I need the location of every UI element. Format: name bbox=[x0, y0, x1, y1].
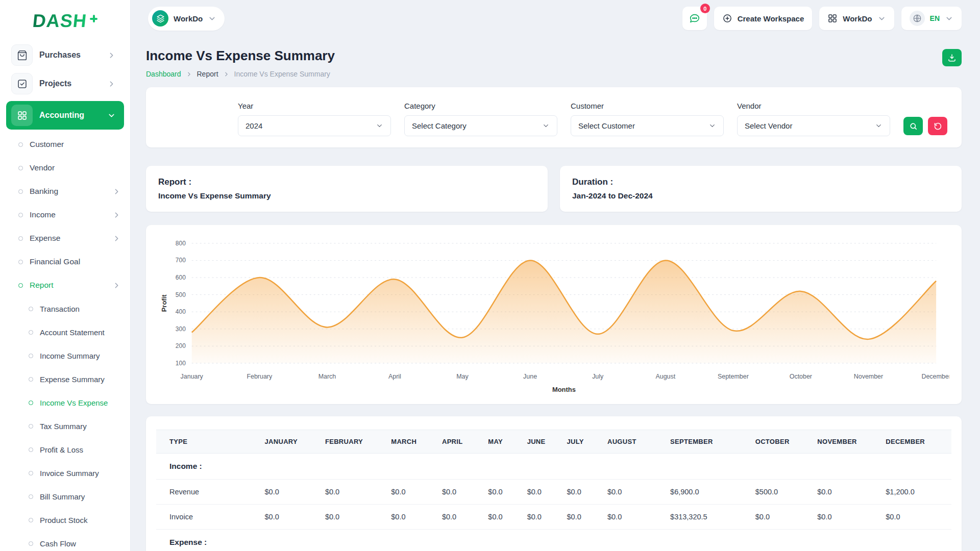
sidebar-item-income[interactable]: Income bbox=[6, 203, 124, 227]
sidebar-item-transaction[interactable]: Transaction bbox=[6, 297, 124, 320]
year-field: Year 2024 bbox=[238, 102, 391, 136]
bullet-icon bbox=[29, 424, 33, 429]
breadcrumb-item: Income Vs Expense Summary bbox=[234, 70, 330, 78]
category-value: Select Category bbox=[412, 121, 467, 130]
sidebar-item-accounting[interactable]: Accounting bbox=[6, 101, 124, 130]
sidebar-item-label: Bill Summary bbox=[40, 492, 85, 501]
chevron-down-icon bbox=[107, 111, 116, 120]
sidebar-item-account-statement[interactable]: Account Statement bbox=[6, 320, 124, 344]
svg-text:April: April bbox=[388, 373, 401, 380]
table-cell: $0.0 bbox=[562, 504, 602, 529]
svg-text:300: 300 bbox=[176, 325, 186, 333]
brand-logo[interactable]: DASH bbox=[6, 5, 124, 37]
table-cell: $313,320.5 bbox=[665, 504, 750, 529]
sidebar-item-report[interactable]: Report bbox=[6, 273, 124, 297]
workdo-menu-button[interactable]: WorkDo bbox=[819, 7, 894, 30]
bullet-icon bbox=[29, 518, 33, 522]
table-cell: $0.0 bbox=[260, 479, 320, 504]
messages-button[interactable]: 0 bbox=[682, 7, 707, 30]
globe-icon bbox=[910, 11, 925, 26]
table-cell: $0.0 bbox=[812, 479, 880, 504]
create-workspace-button[interactable]: Create Workspace bbox=[714, 7, 813, 30]
sidebar-item-customer[interactable]: Customer bbox=[6, 133, 124, 156]
table-cell: $0.0 bbox=[386, 504, 437, 529]
summary-row: Report : Income Vs Expense Summary Durat… bbox=[146, 166, 962, 212]
chat-icon bbox=[689, 13, 700, 24]
svg-text:800: 800 bbox=[176, 240, 186, 247]
sidebar-item-label: Income Vs Expense bbox=[40, 398, 108, 407]
duration-label: Duration : bbox=[572, 177, 949, 187]
reset-icon bbox=[934, 122, 942, 131]
category-select[interactable]: Select Category bbox=[404, 115, 557, 136]
svg-text:Months: Months bbox=[552, 386, 576, 393]
sidebar-item-product-stock[interactable]: Product Stock bbox=[6, 508, 124, 532]
sidebar-item-expense-summary[interactable]: Expense Summary bbox=[6, 367, 124, 391]
sidebar-item-label: Banking bbox=[30, 187, 58, 196]
year-label: Year bbox=[238, 102, 391, 110]
logo-plus-icon bbox=[90, 15, 97, 22]
app-root: DASH PurchasesProjectsAccountingCustomer… bbox=[0, 0, 980, 551]
chevron-right-icon bbox=[112, 187, 121, 196]
vendor-select[interactable]: Select Vendor bbox=[737, 115, 890, 136]
table-cell: $0.0 bbox=[602, 479, 665, 504]
sidebar-item-label: Profit & Loss bbox=[40, 445, 83, 454]
bullet-icon bbox=[18, 213, 23, 217]
breadcrumb-item[interactable]: Report bbox=[197, 70, 218, 78]
page-title: Income Vs Expense Summary bbox=[146, 48, 335, 64]
table-cell: $0.0 bbox=[320, 479, 386, 504]
sidebar-item-bill-summary[interactable]: Bill Summary bbox=[6, 485, 124, 508]
svg-text:August: August bbox=[655, 373, 675, 380]
customer-value: Select Customer bbox=[578, 121, 635, 130]
language-selector[interactable]: EN bbox=[901, 7, 962, 30]
sidebar-item-label: Cash Flow bbox=[40, 539, 76, 548]
sidebar-item-banking[interactable]: Banking bbox=[6, 180, 124, 203]
table-cell: $0.0 bbox=[522, 479, 562, 504]
profit-chart: 100200300400500600700800JanuaryFebruaryM… bbox=[158, 235, 949, 399]
sidebar-item-expense[interactable]: Expense bbox=[6, 227, 124, 250]
chevron-right-icon bbox=[107, 51, 116, 60]
sidebar-item-invoice-summary[interactable]: Invoice Summary bbox=[6, 461, 124, 485]
bullet-icon bbox=[18, 283, 23, 288]
table-cell: $0.0 bbox=[437, 479, 483, 504]
svg-text:400: 400 bbox=[176, 308, 186, 315]
sidebar-item-label: Financial Goal bbox=[30, 257, 80, 266]
table-cell: $0.0 bbox=[562, 479, 602, 504]
sidebar-item-label: Expense bbox=[30, 234, 60, 243]
top-header: WorkDo 0 Create Workspace WorkDo bbox=[131, 0, 980, 37]
language-code: EN bbox=[930, 14, 940, 22]
sidebar-item-label: Expense Summary bbox=[40, 375, 105, 384]
sidebar-item-income-vs-expense[interactable]: Income Vs Expense bbox=[6, 391, 124, 414]
table-section-row: Income : bbox=[156, 453, 951, 479]
svg-text:September: September bbox=[718, 373, 749, 380]
bullet-icon bbox=[29, 307, 33, 311]
sidebar-item-projects[interactable]: Projects bbox=[6, 69, 124, 98]
customer-select[interactable]: Select Customer bbox=[571, 115, 724, 136]
year-select[interactable]: 2024 bbox=[238, 115, 391, 136]
sidebar-item-financial-goal[interactable]: Financial Goal bbox=[6, 250, 124, 273]
breadcrumb-item[interactable]: Dashboard bbox=[146, 70, 181, 78]
sidebar-item-label: Accounting bbox=[39, 111, 84, 120]
sidebar-item-tax-summary[interactable]: Tax Summary bbox=[6, 414, 124, 438]
vendor-field: Vendor Select Vendor bbox=[737, 102, 890, 136]
download-button[interactable] bbox=[942, 49, 962, 66]
sidebar-item-purchases[interactable]: Purchases bbox=[6, 41, 124, 69]
search-button[interactable] bbox=[903, 117, 923, 135]
table-header-cell: DECEMBER bbox=[880, 430, 951, 453]
topbar-actions: 0 Create Workspace WorkDo EN bbox=[682, 7, 962, 30]
sidebar-item-profit-loss[interactable]: Profit & Loss bbox=[6, 438, 124, 461]
reset-button[interactable] bbox=[928, 117, 947, 135]
sidebar-item-cash-flow[interactable]: Cash Flow bbox=[6, 532, 124, 551]
svg-text:November: November bbox=[854, 373, 883, 380]
svg-text:December: December bbox=[921, 373, 949, 380]
sidebar-item-label: Vendor bbox=[30, 163, 55, 172]
table-row: Revenue$0.0$0.0$0.0$0.0$0.0$0.0$0.0$0.0$… bbox=[156, 479, 951, 504]
customer-label: Customer bbox=[571, 102, 724, 110]
table-cell: $6,900.0 bbox=[665, 479, 750, 504]
sidebar-item-income-summary[interactable]: Income Summary bbox=[6, 344, 124, 367]
workspace-switcher[interactable]: WorkDo bbox=[148, 7, 225, 31]
year-value: 2024 bbox=[246, 121, 262, 130]
bullet-icon bbox=[29, 447, 33, 452]
sidebar-item-vendor[interactable]: Vendor bbox=[6, 156, 124, 180]
bullet-icon bbox=[29, 354, 33, 358]
table-cell: $0.0 bbox=[522, 504, 562, 529]
